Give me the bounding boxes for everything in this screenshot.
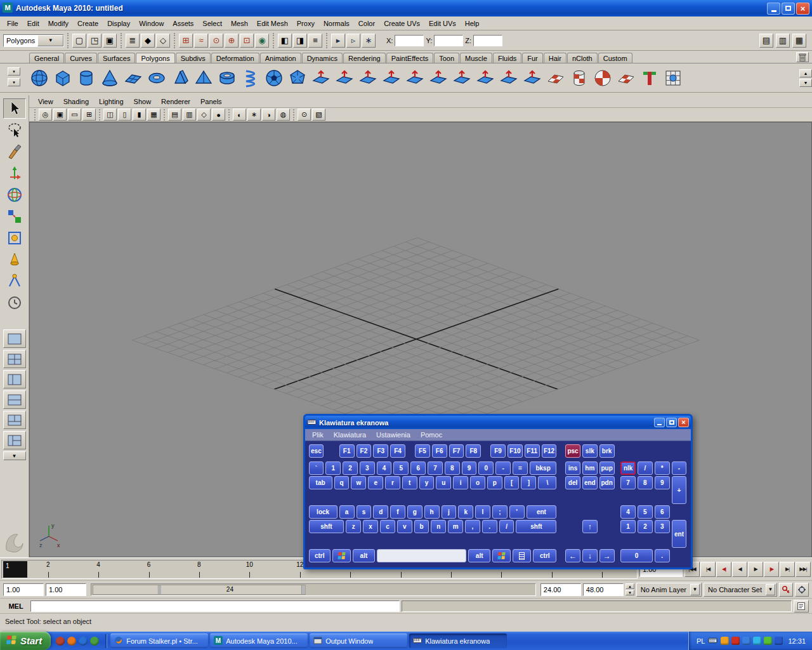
auto-keyframe-icon[interactable] xyxy=(779,583,793,597)
spinner-up-icon[interactable]: ▲ xyxy=(625,583,634,589)
current-frame-indicator[interactable]: 1 xyxy=(3,561,27,578)
tray-icon-security[interactable] xyxy=(731,637,740,645)
shelf-tab-deformation[interactable]: Deformation xyxy=(211,53,259,63)
key-m[interactable]: m xyxy=(448,520,463,533)
key-f2[interactable]: F2 xyxy=(357,444,372,458)
status-snap-to-view-plane-icon[interactable]: ⊡ xyxy=(240,34,254,48)
key-f10[interactable]: F10 xyxy=(508,444,523,458)
panel-resolution-gate-icon[interactable]: ▯ xyxy=(118,109,131,121)
move-tool[interactable] xyxy=(3,163,26,183)
menu-modify[interactable]: Modify xyxy=(44,18,73,29)
status-snap-to-curve-icon[interactable]: ≈ xyxy=(194,34,208,48)
shelf-create-poly-text-icon[interactable] xyxy=(638,67,660,89)
status-ipr-render-icon[interactable]: ▹ xyxy=(346,34,360,48)
shelf-poly-smooth-icon[interactable] xyxy=(333,67,355,89)
osk-menu-ustawienia[interactable]: Ustawienia xyxy=(372,430,415,440)
panel-textured-display-icon[interactable]: ◐ xyxy=(233,109,246,121)
menu-color[interactable]: Color xyxy=(354,18,379,29)
animation-preferences-icon[interactable] xyxy=(795,583,809,597)
key-r[interactable]: r xyxy=(385,476,400,489)
key-x[interactable]: x xyxy=(363,520,378,533)
layout-more-button[interactable]: ▼ xyxy=(3,451,26,460)
key-space[interactable] xyxy=(377,549,467,562)
shelf-tab-toon[interactable]: Toon xyxy=(434,53,459,63)
tray-icon-volume[interactable] xyxy=(764,637,772,645)
key-slk[interactable]: slk xyxy=(582,444,598,458)
status-output-connections-icon[interactable]: ◨ xyxy=(293,34,307,48)
shelf-poly-pyramid-icon[interactable] xyxy=(192,67,214,89)
panel-menu-show[interactable]: Show xyxy=(129,96,157,107)
range-slider-groove[interactable]: 24 xyxy=(91,583,536,596)
status-scene-open-icon[interactable]: ◳ xyxy=(88,34,102,48)
panel-use-all-lights-icon[interactable]: ∗ xyxy=(247,109,261,121)
key-down[interactable]: ↓ xyxy=(582,549,598,562)
shelf-poly-combine-icon[interactable] xyxy=(310,67,332,89)
layout-persp-outliner[interactable] xyxy=(3,370,26,388)
playback-start-field[interactable] xyxy=(46,583,86,596)
panel-smooth-shade-display-icon[interactable]: ● xyxy=(212,109,225,121)
key-l[interactable]: l xyxy=(475,505,490,519)
key-s[interactable]: s xyxy=(357,505,372,519)
shelf-tab-menu-button[interactable]: ▾ xyxy=(8,78,20,86)
osk-menu-klawiatura[interactable]: Klawiatura xyxy=(329,430,370,440)
quick-launch-firefox[interactable] xyxy=(67,637,76,646)
menu-create-uvs[interactable]: Create UVs xyxy=(379,18,424,29)
status-select-by-object-icon[interactable]: ◆ xyxy=(141,34,155,48)
shelf-tab-subdivs[interactable]: Subdivs xyxy=(176,53,211,63)
key-f9[interactable]: F9 xyxy=(490,444,506,458)
character-set-dropdown[interactable]: No Character Set ▼ xyxy=(704,583,777,597)
key-h[interactable]: h xyxy=(424,505,440,519)
panel-menu-renderer[interactable]: Renderer xyxy=(156,96,195,107)
shelf-trash-icon[interactable] xyxy=(796,52,809,62)
quick-launch-internet-explorer[interactable] xyxy=(79,637,88,646)
show-manipulator-tool[interactable] xyxy=(3,271,26,291)
language-indicator[interactable]: PL xyxy=(697,637,705,645)
status-toggle-attribute-editor-icon[interactable]: ▤ xyxy=(759,34,773,48)
menu-edit-uvs[interactable]: Edit UVs xyxy=(424,18,461,29)
status-render-current-frame-icon[interactable]: ▸ xyxy=(331,34,345,48)
osk-minimize-button[interactable] xyxy=(654,418,665,427)
shelf-tab-surfaces[interactable]: Surfaces xyxy=(98,53,135,63)
status-make-live-icon[interactable]: ◉ xyxy=(255,34,269,48)
keyboard-layout-icon[interactable] xyxy=(708,637,717,646)
shelf-poly-torus-icon[interactable] xyxy=(145,67,167,89)
key-tab[interactable]: tab xyxy=(309,476,332,489)
key-left[interactable]: ← xyxy=(565,549,580,562)
status-toggle-channel-box-icon[interactable]: ▦ xyxy=(792,34,806,48)
menu-file[interactable]: File xyxy=(3,18,23,29)
panel-menu-shading[interactable]: Shading xyxy=(58,96,94,107)
scale-tool[interactable] xyxy=(3,206,26,227)
key-f6[interactable]: F6 xyxy=(432,444,447,458)
paint-select-tool[interactable] xyxy=(3,142,26,162)
key-z[interactable]: z xyxy=(346,520,361,533)
menu-normals[interactable]: Normals xyxy=(319,18,354,29)
animation-start-field[interactable] xyxy=(3,583,44,596)
taskbar-task-autodesk-maya-2010[interactable]: MAutodesk Maya 2010... xyxy=(210,633,308,648)
shelf-tab-rendering[interactable]: Rendering xyxy=(343,53,386,63)
status-select-by-hierarchy-icon[interactable]: ≣ xyxy=(126,34,140,48)
menu-create[interactable]: Create xyxy=(73,18,103,29)
key-n[interactable]: n xyxy=(431,520,446,533)
key-p[interactable]: p xyxy=(487,476,502,489)
quick-launch-app[interactable] xyxy=(56,637,65,646)
shelf-insert-edge-loop-icon[interactable] xyxy=(474,67,496,89)
command-line-mode-label[interactable]: MEL xyxy=(3,602,29,610)
coord-input-x[interactable] xyxy=(395,35,424,46)
play-forwards-button[interactable]: ▶ xyxy=(748,562,763,577)
panel-film-gate-icon[interactable]: ◫ xyxy=(103,109,117,121)
step-forward-one-key-button[interactable]: |▶ xyxy=(764,562,779,577)
key-4[interactable]: 4 xyxy=(620,505,636,519)
key-backtick[interactable]: ` xyxy=(309,461,324,475)
key-1[interactable]: 1 xyxy=(325,461,341,475)
select-tool[interactable] xyxy=(3,98,26,119)
range-end-handle[interactable] xyxy=(301,585,305,594)
key-i[interactable]: i xyxy=(453,476,468,489)
animation-end-field[interactable] xyxy=(583,583,624,596)
key-t[interactable]: t xyxy=(402,476,417,489)
key-hm[interactable]: hm xyxy=(582,461,598,475)
key-f12[interactable]: F12 xyxy=(542,444,557,458)
key-f[interactable]: f xyxy=(390,505,405,519)
key-f3[interactable]: F3 xyxy=(373,444,388,458)
coord-input-z[interactable] xyxy=(473,35,502,46)
key-d[interactable]: d xyxy=(373,505,388,519)
